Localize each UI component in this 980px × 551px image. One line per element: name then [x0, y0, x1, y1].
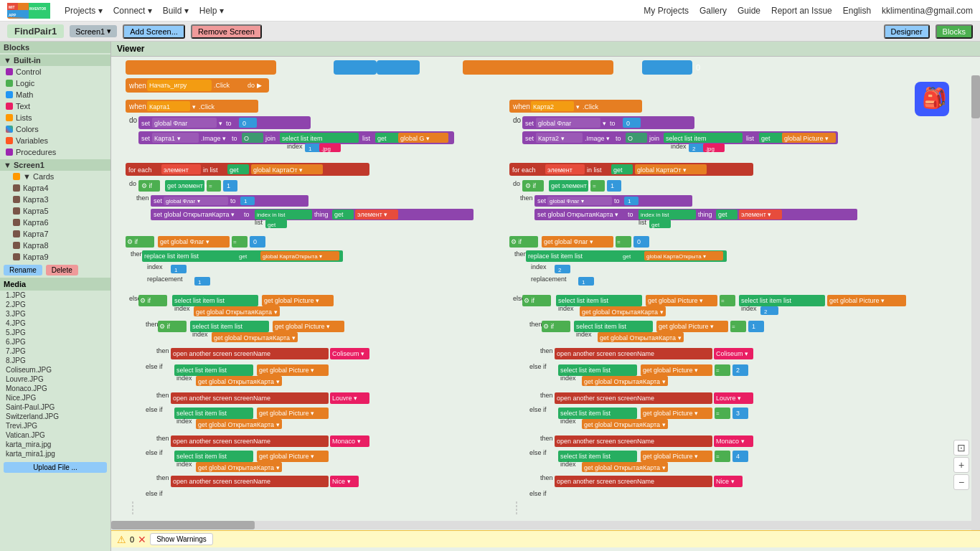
svg-text:get: get	[239, 253, 248, 260]
nav-gallery[interactable]: Gallery	[699, 6, 727, 16]
media-file-3jpg[interactable]: 3.JPG	[0, 309, 110, 319]
svg-text:2: 2	[692, 146, 696, 152]
svg-text:2: 2	[558, 267, 562, 273]
nav-build[interactable]: Build ▾	[163, 6, 189, 16]
sidebar-item-karta3[interactable]: Карта3	[0, 194, 110, 205]
media-file-5jpg[interactable]: 5.JPG	[0, 328, 110, 337]
svg-text:then: then	[156, 392, 169, 399]
sidebar-item-colors[interactable]: Colors	[0, 123, 110, 135]
remove-screen-button[interactable]: Remove Screen	[191, 24, 262, 39]
vertical-scrollbar[interactable]	[971, 75, 980, 530]
svg-text:get global Picture ▾: get global Picture ▾	[275, 323, 330, 330]
svg-text:1: 1	[174, 267, 178, 273]
media-file-6jpg[interactable]: 6.JPG	[0, 337, 110, 347]
sidebar-item-lists[interactable]: Lists	[0, 112, 110, 123]
svg-text:set: set	[141, 120, 151, 127]
nav-guide[interactable]: Guide	[738, 6, 760, 16]
svg-text:APP: APP	[9, 13, 17, 17]
zoom-in-button[interactable]: +	[953, 457, 969, 473]
blocks-button[interactable]: Blocks	[936, 24, 973, 39]
sidebar-item-control[interactable]: Control	[0, 66, 110, 77]
sidebar-item-variables[interactable]: Variables	[0, 135, 110, 146]
upload-file-button[interactable]: Upload File ...	[4, 462, 107, 473]
sidebar-item-karta6[interactable]: Карта6	[0, 217, 110, 228]
horizontal-scrollbar-thumb[interactable]	[111, 521, 255, 529]
media-file-7jpg[interactable]: 7.JPG	[0, 347, 110, 356]
zoom-fit-button[interactable]: ⊡	[953, 440, 969, 456]
svg-text:get: get	[761, 135, 771, 142]
screen-tab[interactable]: Screen1 ▾	[70, 25, 117, 37]
svg-text:get: get	[377, 135, 387, 142]
svg-text:index: index	[287, 143, 303, 150]
svg-text:then: then	[146, 321, 159, 328]
horizontal-scrollbar[interactable]	[111, 521, 971, 529]
media-file-4jpg[interactable]: 4.JPG	[0, 319, 110, 328]
svg-text:open another screen screenName: open another screen screenName	[173, 350, 270, 357]
sidebar-item-procedures[interactable]: Procedures	[0, 146, 110, 158]
nav-connect[interactable]: Connect ▾	[113, 6, 152, 16]
nav-my-projects[interactable]: My Projects	[644, 6, 689, 16]
media-file-monaco[interactable]: Monaco.JPG	[0, 384, 110, 393]
svg-text:replacement: replacement	[531, 276, 567, 283]
svg-text:thing: thing	[314, 211, 329, 218]
svg-text:1: 1	[582, 279, 585, 286]
media-file-coliseum[interactable]: Coliseum.JPG	[0, 365, 110, 375]
media-file-8jpg[interactable]: 8.JPG	[0, 356, 110, 365]
svg-text:get: get	[230, 166, 239, 174]
media-file-trevi[interactable]: Trevi.JPG	[0, 421, 110, 430]
close-warning-icon[interactable]: ✕	[138, 534, 146, 545]
nav-language[interactable]: English	[843, 6, 871, 16]
rename-button[interactable]: Rename	[4, 265, 42, 276]
media-file-nice[interactable]: Nice.JPG	[0, 393, 110, 402]
sidebar-item-math[interactable]: Math	[0, 89, 110, 100]
svg-text:get global ОткрытаяКарта ▾: get global ОткрытаяКарта ▾	[584, 464, 666, 471]
media-file-karta-mira[interactable]: karta_mira.jpg	[0, 440, 110, 449]
sidebar-item-karta7[interactable]: Карта7	[0, 228, 110, 240]
svg-rect-296	[760, 306, 778, 315]
sidebar-item-karta5[interactable]: Карта5	[0, 205, 110, 217]
media-file-karta-mira1[interactable]: karta_mira1.jpg	[0, 449, 110, 458]
sidebar-item-karta9[interactable]: Карта9	[0, 251, 110, 263]
nav-report-issue[interactable]: Report an Issue	[771, 6, 832, 16]
svg-text:global Флаг ▾: global Флаг ▾	[166, 198, 200, 204]
nav-projects[interactable]: Projects ▾	[65, 6, 103, 16]
svg-text:then: then	[540, 347, 553, 354]
nav-right: My Projects Gallery Guide Report an Issu…	[644, 6, 973, 16]
nav-help[interactable]: Help ▾	[199, 6, 224, 16]
media-file-vatican[interactable]: Vatican.JPG	[0, 430, 110, 440]
svg-text:list: list	[639, 219, 646, 226]
sidebar-item-logic[interactable]: Logic	[0, 77, 110, 89]
media-file-1jpg[interactable]: 1.JPG	[0, 291, 110, 300]
svg-text:global КартаОт ▾: global КартаОт ▾	[637, 166, 687, 174]
media-file-2jpg[interactable]: 2.JPG	[0, 300, 110, 309]
svg-text:index in list: index in list	[641, 212, 669, 218]
zoom-out-button[interactable]: −	[953, 474, 969, 490]
svg-text:select list item list: select list item list	[576, 323, 627, 330]
sidebar-item-karta4[interactable]: Карта4	[0, 182, 110, 194]
media-file-louvre[interactable]: Louvre.JPG	[0, 375, 110, 384]
blocks-canvas[interactable]: 0 0 when Начать_игру .Click do ▶ when	[111, 57, 980, 547]
svg-text:join: join	[265, 135, 275, 142]
svg-text:else if: else if	[529, 449, 547, 456]
svg-text:элемент ▾: элемент ▾	[741, 211, 771, 218]
logo: MIT APP INVENTOR	[7, 3, 50, 19]
svg-text:join: join	[649, 135, 659, 142]
svg-text:select list item list: select list item list	[176, 453, 227, 460]
media-file-saint-paul[interactable]: Saint-Paul.JPG	[0, 402, 110, 412]
show-warnings-button[interactable]: Show Warnings	[150, 533, 213, 545]
media-file-switzerland[interactable]: Switzerland.JPG	[0, 412, 110, 421]
delete-button[interactable]: Delete	[46, 265, 78, 276]
sidebar-item-text[interactable]: Text	[0, 100, 110, 112]
svg-text:index: index	[576, 331, 592, 338]
nav-user[interactable]: kklimentina@gmail.com	[882, 6, 973, 16]
svg-text:then: then	[540, 474, 553, 481]
svg-text:then: then	[136, 194, 149, 202]
designer-button[interactable]: Designer	[884, 24, 930, 39]
vertical-scrollbar-thumb[interactable]	[971, 75, 980, 118]
svg-text:=: =	[716, 410, 720, 417]
svg-text:global Флаг: global Флаг	[154, 120, 188, 127]
sidebar-item-karta8[interactable]: Карта8	[0, 240, 110, 251]
sidebar-item-cards[interactable]: ▼ Cards	[0, 171, 110, 182]
svg-text:.Image ▾: .Image ▾	[201, 135, 226, 142]
add-screen-button[interactable]: Add Screen...	[123, 24, 185, 39]
